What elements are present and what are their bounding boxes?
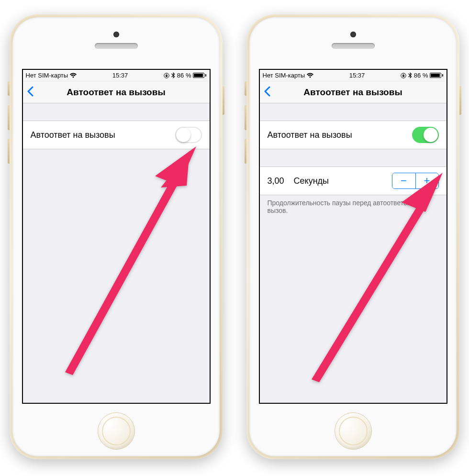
- home-button[interactable]: [98, 412, 135, 450]
- seconds-value: 3,00: [268, 176, 284, 186]
- bluetooth-icon: [408, 72, 412, 78]
- orientation-lock-icon: [164, 73, 169, 78]
- auto-answer-label: Автоответ на вызовы: [31, 130, 115, 140]
- auto-answer-cell: Автоответ на вызовы: [23, 121, 210, 149]
- phone-right: Нет SIM-карты 15:37 86 %: [246, 14, 459, 459]
- orientation-lock-icon: [401, 73, 406, 78]
- carrier-text: Нет SIM-карты: [26, 72, 68, 79]
- back-button[interactable]: [264, 85, 270, 100]
- seconds-label: Секунды: [294, 176, 329, 186]
- status-bar: Нет SIM-карты 15:37 86 %: [260, 70, 447, 81]
- page-title: Автоответ на вызовы: [260, 87, 447, 98]
- phone-left: Нет SIM-карты 15:37 86 %: [10, 14, 223, 459]
- front-camera: [113, 32, 119, 37]
- volume-up-button: [245, 105, 246, 130]
- clock: 15:37: [112, 72, 128, 79]
- home-button[interactable]: [335, 412, 372, 450]
- volume-down-button: [8, 139, 10, 164]
- clock: 15:37: [349, 72, 365, 79]
- seconds-stepper: − +: [392, 173, 439, 189]
- carrier-text: Нет SIM-карты: [263, 72, 305, 79]
- stepper-minus-button[interactable]: −: [392, 173, 415, 188]
- svg-rect-1: [166, 75, 168, 77]
- stepper-plus-button[interactable]: +: [415, 173, 438, 188]
- battery-pct: 86 %: [414, 72, 428, 79]
- back-button[interactable]: [27, 85, 34, 100]
- ear-speaker: [332, 43, 375, 49]
- status-bar: Нет SIM-карты 15:37 86 %: [23, 70, 210, 81]
- navigation-bar: Автоответ на вызовы: [260, 81, 447, 103]
- svg-marker-2: [161, 151, 190, 188]
- svg-marker-5: [155, 146, 196, 186]
- power-button: [459, 86, 461, 115]
- wifi-icon: [70, 73, 77, 78]
- mute-switch: [8, 81, 10, 96]
- volume-down-button: [245, 139, 246, 164]
- battery-pct: 86 %: [177, 72, 191, 79]
- battery-icon: [430, 73, 443, 78]
- annotation-arrow: [56, 146, 200, 378]
- power-button: [223, 86, 224, 115]
- auto-answer-label: Автоответ на вызовы: [268, 130, 352, 140]
- auto-answer-toggle[interactable]: [412, 127, 439, 143]
- wifi-icon: [307, 73, 313, 78]
- navigation-bar: Автоответ на вызовы: [23, 81, 210, 103]
- volume-up-button: [8, 105, 10, 130]
- page-title: Автоответ на вызовы: [23, 87, 210, 98]
- svg-marker-8: [312, 200, 428, 382]
- ear-speaker: [95, 43, 138, 49]
- seconds-cell: 3,00 Секунды − +: [260, 166, 447, 195]
- seconds-footer: Продолжительность паузы перед автоответо…: [260, 195, 447, 218]
- mute-switch: [245, 81, 246, 96]
- battery-icon: [193, 73, 206, 78]
- screen: Нет SIM-карты 15:37 86 %: [22, 69, 211, 404]
- auto-answer-toggle[interactable]: [175, 127, 202, 143]
- svg-rect-7: [402, 75, 404, 77]
- front-camera: [350, 32, 356, 37]
- auto-answer-cell: Автоответ на вызовы: [260, 121, 447, 149]
- screen: Нет SIM-карты 15:37 86 %: [259, 69, 447, 404]
- svg-marker-4: [65, 174, 182, 375]
- bluetooth-icon: [171, 72, 175, 78]
